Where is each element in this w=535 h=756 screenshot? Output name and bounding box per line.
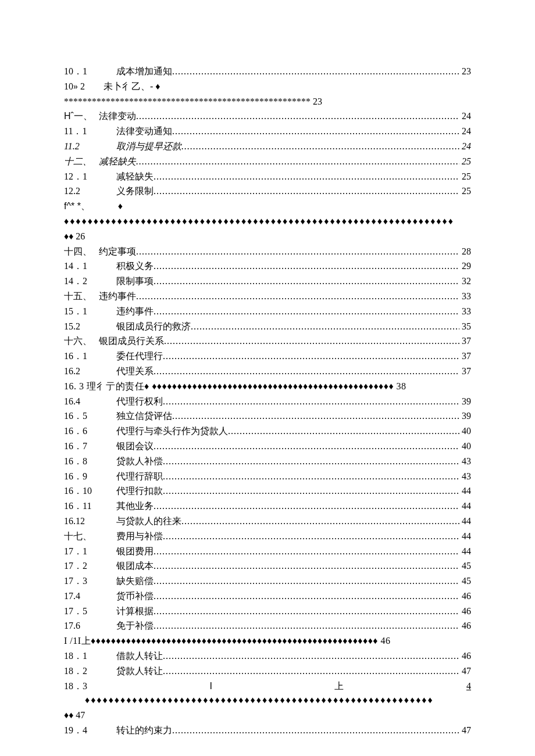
toc-row: 18．1 借款人转让 46 [64, 649, 471, 664]
toc-leader [164, 334, 459, 349]
toc-page-number: 40 [459, 439, 471, 454]
toc-row: 十七、 费用与补偿 44 [64, 529, 471, 544]
toc-row: 十五、 违约事件 33 [64, 289, 471, 304]
toc-leader [163, 529, 459, 544]
toc-number: 17．2 [64, 559, 116, 574]
toc-title: 贷款人转让 [116, 664, 163, 679]
toc-page-number: 46 [459, 619, 471, 633]
toc-page-number: 47 [459, 723, 471, 738]
toc-leader [181, 139, 459, 154]
toc-title: 委任代理行 [116, 349, 163, 364]
toc-row: 17．2 银团成本 45 [64, 559, 471, 574]
toc-title: 银团成员行关系 [99, 334, 164, 349]
toc-title: 免于补偿 [116, 619, 154, 633]
toc-page-number: 43 [459, 454, 471, 469]
toc-number: 12.2 [64, 184, 116, 199]
toc-number: 19．4 [64, 723, 116, 738]
toc-row: 16．10 代理行扣款 44 [64, 484, 471, 499]
toc-title: 取消与提早还款 [116, 139, 181, 154]
toc-title: 计算根据 [116, 604, 154, 619]
toc-page-number: 47 [459, 664, 471, 679]
garbled-row: ****************************************… [64, 95, 471, 109]
toc-title: 独立信贷评估 [116, 409, 172, 424]
toc-number: 10．1 [64, 65, 116, 79]
toc-row: 十六、 银团成员行关系 37 [64, 334, 471, 349]
toc-title: 银团成本 [116, 559, 154, 574]
toc-row: 16．11 其他业务 44 [64, 499, 471, 514]
toc-number: 16．7 [64, 439, 116, 454]
toc-page-number: 46 [459, 589, 471, 604]
toc-leader [163, 454, 459, 469]
toc-row: 19．4 转让的约束力 47 [64, 723, 471, 738]
toc-number: 18．2 [64, 664, 116, 679]
toc-number: 16．1 [64, 349, 116, 364]
toc-page-number: 33 [459, 289, 471, 304]
toc-row: 12．1 减轻缺失 25 [64, 170, 471, 184]
toc-leader [172, 409, 459, 424]
toc-page-number: 39 [459, 395, 471, 409]
toc-number: 12．1 [64, 170, 116, 184]
toc-number: 十六、 [64, 334, 99, 349]
toc-leader [154, 184, 459, 199]
toc-leader [172, 65, 459, 79]
toc-number: 14．2 [64, 274, 116, 289]
toc-row: 16．6 代理行与牵头行作为贷款人 40 [64, 424, 471, 439]
toc-page-number: 33 [459, 304, 471, 319]
toc-number: 16．5 [64, 409, 116, 424]
toc-leader [163, 470, 459, 484]
toc-page-number: 44 [459, 499, 471, 514]
toc-title: 代理关系 [116, 364, 154, 379]
toc-leader [163, 649, 459, 664]
toc-title: 银团费用 [116, 544, 154, 559]
toc-title: 成本增加通知 [116, 65, 172, 79]
toc-row: 17．5 计算根据 46 [64, 604, 471, 619]
toc-title: 法律变动通知 [116, 124, 172, 139]
toc-leader [228, 424, 459, 439]
toc-number: 十四、 [64, 245, 99, 259]
toc-number: 15．1 [64, 304, 116, 319]
garbled-row: 18．3 I 上 4 [64, 679, 471, 694]
garbled-row: ♦♦♦♦♦♦♦♦♦♦♦♦♦♦♦♦♦♦♦♦♦♦♦♦♦♦♦♦♦♦♦♦♦♦♦♦♦♦♦♦… [64, 693, 471, 708]
toc-page-number: 37 [459, 349, 471, 364]
toc-row: 十二、 减轻缺失 25 [64, 155, 471, 169]
toc-leader [191, 320, 459, 334]
toc-leader [154, 304, 459, 319]
toc-row: 17．3 缺失赔偿 45 [64, 574, 471, 589]
toc-row: 15.2 银团成员行的救济 35 [64, 320, 471, 334]
toc-page-number: 40 [459, 424, 471, 439]
toc-leader [154, 574, 459, 589]
toc-number: 11.2 [64, 139, 116, 154]
toc-number: 16．8 [64, 454, 116, 469]
toc-title: 代理行权利 [116, 395, 163, 409]
toc-row: 11．1 法律变动通知 24 [64, 124, 471, 139]
toc-row: 16.12 与贷款人的往来 44 [64, 514, 471, 529]
toc-row: 十四、 约定事项 28 [64, 245, 471, 259]
toc-row: 17．1 银团费用 44 [64, 544, 471, 559]
garbled-row: ♦♦ 47 [64, 708, 471, 723]
toc-number: 16.4 [64, 395, 116, 409]
toc-title: 缺失赔偿 [116, 574, 154, 589]
toc-number: 十二、 [64, 155, 99, 169]
toc-number: 16．9 [64, 470, 116, 484]
garbled-row: 10» 2 未卜彳乙、- ♦ [64, 80, 471, 94]
toc-row: 14．2 限制事项 32 [64, 274, 471, 289]
toc-page-number: 43 [459, 470, 471, 484]
toc-number: 16．6 [64, 424, 116, 439]
toc-leader [136, 245, 459, 259]
toc-leader [172, 723, 459, 738]
toc-number: 17.6 [64, 619, 116, 633]
toc-title: 代理行与牵头行作为贷款人 [116, 424, 228, 439]
garbled-row: ♦♦ 26 [64, 230, 471, 244]
toc-title: 其他业务 [116, 499, 154, 514]
toc-row: 16．7 银团会议 40 [64, 439, 471, 454]
toc-title: 减轻缺失 [116, 170, 154, 184]
toc-number: 16．10 [64, 484, 116, 499]
toc-leader [163, 349, 459, 364]
toc-number: 18．1 [64, 649, 116, 664]
toc-leader [154, 559, 459, 574]
toc-title: 转让的约束力 [116, 723, 172, 738]
toc-title: 代理行扣款 [116, 484, 163, 499]
toc-leader [136, 289, 459, 304]
toc-number: 16.12 [64, 514, 116, 529]
toc-page-number: 29 [459, 259, 471, 274]
